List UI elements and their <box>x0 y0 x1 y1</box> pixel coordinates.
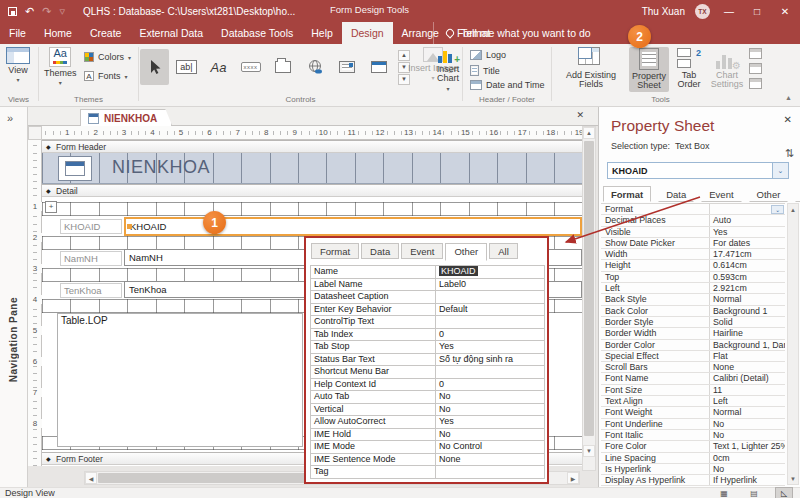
property-tab[interactable]: Event <box>401 243 443 259</box>
label-control-button[interactable]: Aa <box>204 49 233 85</box>
user-name[interactable]: Thu Xuan <box>642 6 685 17</box>
property-value[interactable] <box>435 466 544 478</box>
property-value[interactable]: Hairline⌄ <box>709 328 785 338</box>
property-row[interactable]: Border Width Hairline⌄ <box>601 328 785 339</box>
property-value[interactable]: Normal⌄ <box>709 294 785 304</box>
tab-control-button[interactable] <box>268 49 297 85</box>
property-row[interactable]: IME Hold No <box>311 429 544 442</box>
scroll-up-icon[interactable]: ▲ <box>788 204 798 215</box>
property-value[interactable]: 11⌄ <box>709 385 785 395</box>
property-value[interactable]: Default <box>435 304 544 316</box>
property-value[interactable]: 17.471cm⌄ <box>709 249 785 259</box>
navigation-pane[interactable]: » Navigation Pane <box>0 107 28 487</box>
property-row[interactable]: Font Size 11⌄ <box>601 385 785 396</box>
property-value[interactable]: 2.921cm⌄ <box>709 283 785 293</box>
property-row[interactable]: Font Italic No⌄ <box>601 430 785 441</box>
undo-icon[interactable]: ↶ <box>25 6 34 17</box>
form-logo-placeholder[interactable] <box>58 156 92 181</box>
colors-button[interactable]: Colors ▾ <box>84 52 131 62</box>
insert-chart-button[interactable]: + Insert Chart ▾ <box>435 47 461 92</box>
property-row[interactable]: Width 17.471cm⌄ <box>601 249 785 260</box>
property-value[interactable]: Label0 <box>435 279 544 291</box>
property-sheet-button[interactable]: Property Sheet <box>629 47 669 92</box>
form-header-bar[interactable]: ◆Form Header <box>42 140 582 153</box>
property-row[interactable]: Name KHOAID <box>311 266 544 279</box>
scroll-right-icon[interactable]: ▶ <box>567 472 579 484</box>
property-row[interactable]: Special Effect Flat⌄ <box>601 351 785 362</box>
sort-icon[interactable]: ⇅ <box>785 147 794 160</box>
object-selector-combobox[interactable]: KHOAID ⌄ <box>607 162 789 179</box>
ribbon-tab[interactable]: Help <box>302 22 342 44</box>
property-value[interactable]: No <box>435 391 544 403</box>
property-tab[interactable]: All <box>489 243 518 259</box>
select-pointer-button[interactable] <box>140 49 169 85</box>
hyperlink-control-button[interactable] <box>300 49 329 85</box>
property-value[interactable]: Normal⌄ <box>709 407 785 417</box>
property-value[interactable]: 0 <box>435 379 544 391</box>
property-value[interactable]: No <box>435 404 544 416</box>
subform-control-button[interactable] <box>364 49 393 85</box>
ribbon-tab[interactable]: External Data <box>130 22 212 44</box>
field-label-tenkhoa[interactable]: TenKhoa <box>60 283 122 298</box>
property-value[interactable]: No Control <box>435 441 544 453</box>
align-icon[interactable] <box>749 63 762 74</box>
property-tab[interactable]: Format <box>603 186 651 202</box>
fonts-button[interactable]: A Fonts ▾ <box>84 71 128 81</box>
property-value[interactable]: Solid⌄ <box>709 317 785 327</box>
property-tab[interactable]: All <box>795 186 800 202</box>
property-value[interactable]: None <box>435 454 544 466</box>
property-row[interactable]: Tag <box>311 466 544 479</box>
property-value[interactable] <box>435 316 544 328</box>
customize-qat-icon[interactable]: ▿ <box>59 6 65 17</box>
scroll-down-icon[interactable]: ▼ <box>583 445 595 457</box>
property-row[interactable]: Text Align Left⌄ <box>601 396 785 407</box>
property-tab[interactable]: Other <box>445 243 487 261</box>
property-value[interactable]: Flat⌄ <box>709 351 785 361</box>
subform-table-lop[interactable]: Table.LOP <box>57 313 303 447</box>
property-value[interactable]: No⌄ <box>709 430 785 440</box>
close-document-icon[interactable]: ✕ <box>576 110 584 120</box>
expand-nav-pane-icon[interactable]: » <box>7 112 13 124</box>
property-row[interactable]: Vertical No <box>311 404 544 417</box>
form-title[interactable]: NIENKHOA <box>112 157 210 178</box>
property-value[interactable]: Calibri (Detail)⌄ <box>709 373 785 383</box>
property-value[interactable]: No⌄ <box>709 464 785 474</box>
property-value[interactable]: No⌄ <box>709 419 785 429</box>
chevron-down-icon[interactable]: ⌄ <box>772 163 788 178</box>
close-button[interactable]: ✕ <box>776 6 794 17</box>
property-row[interactable]: Scroll Bars None⌄ <box>601 362 785 373</box>
property-value[interactable] <box>435 366 544 378</box>
property-value[interactable]: Background 1⌄ <box>709 306 785 316</box>
property-row[interactable]: Tab Stop Yes <box>311 341 544 354</box>
property-value[interactable]: If Hyperlink⌄ <box>709 475 785 485</box>
property-value[interactable]: Số tự động sinh ra <box>435 354 544 366</box>
scroll-down-icon[interactable]: ▼ <box>788 473 798 484</box>
property-row[interactable]: Show Date Picker For dates⌄ <box>601 238 785 249</box>
anchoring-icon[interactable] <box>749 78 762 89</box>
ribbon-tab[interactable]: Design <box>342 22 393 44</box>
collapse-ribbon-icon[interactable]: ▲ <box>785 94 792 101</box>
vertical-scrollbar[interactable]: ▲ ▼ <box>582 126 596 471</box>
property-row[interactable]: Shortcut Menu Bar <box>311 366 544 379</box>
property-row[interactable]: Is Hyperlink No⌄ <box>601 464 785 475</box>
save-icon[interactable] <box>8 7 17 16</box>
property-value[interactable]: 0cm⌄ <box>709 453 785 463</box>
property-row[interactable]: Auto Tab No <box>311 391 544 404</box>
property-row[interactable]: IME Sentence Mode None <box>311 454 544 467</box>
property-row[interactable]: Font Weight Normal⌄ <box>601 407 785 418</box>
ribbon-tab[interactable]: Create <box>81 22 131 44</box>
field-label-khoaid[interactable]: KHOAID <box>60 219 122 234</box>
property-value[interactable]: Yes⌄ <box>709 227 785 237</box>
tab-order-button[interactable]: 2 Tab Order <box>673 47 705 90</box>
scrollbar-thumb[interactable] <box>584 141 594 436</box>
view-button[interactable]: View ▾ <box>6 47 30 84</box>
scroll-up-icon[interactable]: ▲ <box>583 127 595 139</box>
textbox-control-button[interactable]: ab| <box>172 49 201 85</box>
property-row[interactable]: Font Name Calibri (Detail)⌄ <box>601 373 785 384</box>
property-tab[interactable]: Data <box>361 243 399 259</box>
property-tab[interactable]: Event <box>701 186 741 202</box>
property-row[interactable]: Height 0.614cm⌄ <box>601 260 785 271</box>
property-value[interactable]: KHOAID <box>435 266 544 278</box>
property-value[interactable]: 0.614cm⌄ <box>709 260 785 270</box>
close-panel-icon[interactable]: ✕ <box>784 114 792 125</box>
